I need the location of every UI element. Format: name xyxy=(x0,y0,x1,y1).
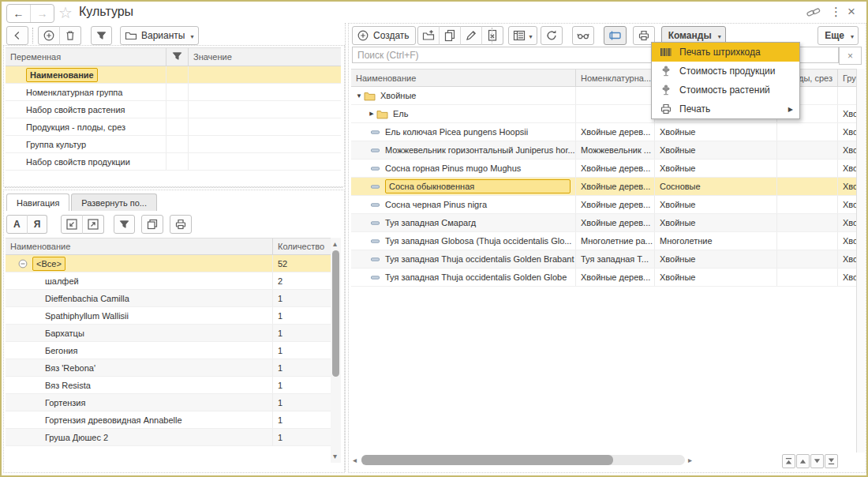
nav-table: НаименованиеКоличество<Все>52шалфей2Dief… xyxy=(6,238,331,446)
tree-col-4[interactable]: Группа культур xyxy=(838,69,856,86)
tree-col-1[interactable]: Номенклатурна... xyxy=(576,69,655,86)
col-count[interactable]: Количество xyxy=(273,238,331,254)
tree-name-label: Можжевельник горизонтальный Juniperus ho… xyxy=(385,145,575,155)
tree-item-row[interactable]: Туя западная Thuja occidentalis Golden B… xyxy=(351,250,856,269)
close-button[interactable]: × xyxy=(847,4,855,20)
col-variable[interactable]: Переменная xyxy=(6,48,166,66)
tree-item-row[interactable]: Ель колючая Picea pungens HoopsiiХвойные… xyxy=(351,123,856,141)
nav-table-scrollbar[interactable]: ▴ ▾ xyxy=(331,238,341,463)
expander-icon[interactable]: ▼ xyxy=(354,92,364,100)
search-settings-button[interactable] xyxy=(572,26,594,45)
props-value xyxy=(189,153,341,170)
h-scrollbar-thumb[interactable] xyxy=(361,455,613,465)
props-row[interactable]: Группа культур xyxy=(6,136,341,153)
refresh-button[interactable] xyxy=(541,26,563,45)
nav-row[interactable]: Бегония1 xyxy=(6,342,331,359)
get-link-button[interactable] xyxy=(806,7,821,21)
sort-z-button[interactable]: Я xyxy=(27,215,48,234)
props-row[interactable]: Номенклатурная группа xyxy=(6,84,341,101)
tree-nomgroup-cell: Можжевельник ... xyxy=(576,141,655,159)
col-filter[interactable] xyxy=(166,48,189,66)
tree-col-0[interactable]: Наименование xyxy=(351,69,576,86)
nav-row[interactable]: Вяз 'Rebona'1 xyxy=(6,359,331,377)
vertical-splitter[interactable] xyxy=(345,23,346,471)
tab-navigation[interactable]: Навигация xyxy=(6,193,69,211)
sort-a-button[interactable]: А xyxy=(6,215,28,234)
view-mode-button[interactable]: ▾ xyxy=(508,26,537,45)
window-menu-button[interactable]: ⋮ xyxy=(830,5,842,19)
go-prev-button[interactable] xyxy=(796,454,810,468)
tab-expand-by[interactable]: Развернуть по... xyxy=(71,193,157,211)
menu-production-cost[interactable]: Стоимость продукции xyxy=(652,62,799,81)
tree-item-row[interactable]: Сосна обыкновеннаяХвойные дерев...Соснов… xyxy=(351,178,856,196)
h-scrollbar-track[interactable] xyxy=(361,455,685,465)
menu-plants-cost[interactable]: Стоимость растений xyxy=(652,81,799,100)
barcode-icon xyxy=(660,46,672,58)
expand-all-button[interactable] xyxy=(82,215,104,234)
collapse-all-button[interactable] xyxy=(61,215,83,234)
add-button[interactable] xyxy=(38,26,60,45)
nav-row[interactable]: Гортензия древовидная Annabelle1 xyxy=(6,411,331,429)
nav-name-label: Вяз 'Rebona' xyxy=(45,363,95,373)
nav-row[interactable]: Гортензия1 xyxy=(6,394,331,411)
tree-propset-cell: Хвойные xyxy=(655,250,777,268)
expander-icon[interactable]: ▶ xyxy=(367,111,376,117)
props-row[interactable]: Продукция - плоды, срез xyxy=(6,118,341,136)
variants-button[interactable]: Варианты▾ xyxy=(120,26,199,45)
add-circle-icon xyxy=(43,29,55,42)
col-value[interactable]: Значение xyxy=(189,48,341,66)
tree-item-row[interactable]: Туя западная СмарагдХвойные дерев...Хвой… xyxy=(351,214,856,232)
tree-item-row[interactable]: Сосна горная Pinus mugo MughusХвойные де… xyxy=(351,160,856,178)
table-view-icon xyxy=(513,29,526,42)
scrollbar-thumb[interactable] xyxy=(332,250,339,377)
menu-print-barcode[interactable]: Печать штрихкода xyxy=(652,43,799,62)
forward-button[interactable]: → xyxy=(31,5,54,22)
nav-row[interactable]: Dieffenbachia Camilla1 xyxy=(6,290,331,307)
tree-name-label: Туя западная Globosa (Thuja occidentalis… xyxy=(385,236,571,246)
scroll-left-icon[interactable]: ◂ xyxy=(353,456,357,464)
copy-button[interactable] xyxy=(439,26,461,45)
horizontal-splitter[interactable] xyxy=(5,187,342,188)
edit-button[interactable] xyxy=(460,26,482,45)
nav-name-label: Груша Дюшес 2 xyxy=(45,433,108,442)
filter-button[interactable] xyxy=(114,215,135,234)
more-button[interactable]: Еще▾ xyxy=(817,26,859,45)
delete-button[interactable] xyxy=(59,26,81,45)
scroll-right-icon[interactable]: ▸ xyxy=(688,456,692,464)
scroll-up-icon[interactable]: ▴ xyxy=(333,240,337,248)
collapse-left-panel-button[interactable] xyxy=(6,26,28,45)
search-clear-button[interactable]: × xyxy=(839,47,862,65)
nav-row[interactable]: <Все>52 xyxy=(6,255,331,272)
menu-print[interactable]: Печать▶ xyxy=(652,100,799,118)
props-row[interactable]: Набор свойств растения xyxy=(6,101,341,118)
tree-item-row[interactable]: Можжевельник горизонтальный Juniperus ho… xyxy=(351,141,856,160)
show-tree-button[interactable] xyxy=(604,26,627,45)
tree-item-row[interactable]: Туя западная Globosa (Thuja occidentalis… xyxy=(351,232,856,250)
focus-box: Сосна обыкновенная xyxy=(385,179,571,193)
nav-row[interactable]: Вяз Resista1 xyxy=(6,377,331,394)
tree-table-vscrollbar[interactable] xyxy=(856,69,865,453)
nav-row[interactable]: Груша Дюшес 21 xyxy=(6,429,331,446)
col-name[interactable]: Наименование xyxy=(6,238,273,254)
filter-button[interactable] xyxy=(91,26,112,45)
print-button[interactable] xyxy=(170,215,192,234)
clear-icon: × xyxy=(847,51,853,62)
tree-item-row[interactable]: Туя западная Thuja occidentalis Golden G… xyxy=(351,269,856,287)
go-last-button[interactable] xyxy=(825,454,838,468)
go-next-button[interactable] xyxy=(810,454,824,468)
collapse-icon xyxy=(65,218,78,231)
favorite-star-icon[interactable]: ☆ xyxy=(58,3,73,22)
props-row[interactable]: Наименование xyxy=(6,66,341,84)
create-group-button[interactable] xyxy=(417,26,440,45)
tree-item-row[interactable]: Сосна черная Pinus nigraХвойные дерев...… xyxy=(351,196,856,214)
go-first-button[interactable] xyxy=(782,454,795,468)
open-in-window-button[interactable] xyxy=(141,215,163,234)
back-button[interactable]: ← xyxy=(7,5,31,22)
scroll-down-icon[interactable]: ▾ xyxy=(333,453,337,460)
props-row[interactable]: Набор свойств продукции xyxy=(6,153,341,171)
nav-row[interactable]: Бархатцы1 xyxy=(6,325,331,342)
nav-row[interactable]: шалфей2 xyxy=(6,272,331,290)
nav-row[interactable]: Spathiphyllum Wallisii1 xyxy=(6,307,331,325)
create-button[interactable]: Создать xyxy=(352,26,416,45)
panel-icon xyxy=(608,29,622,42)
